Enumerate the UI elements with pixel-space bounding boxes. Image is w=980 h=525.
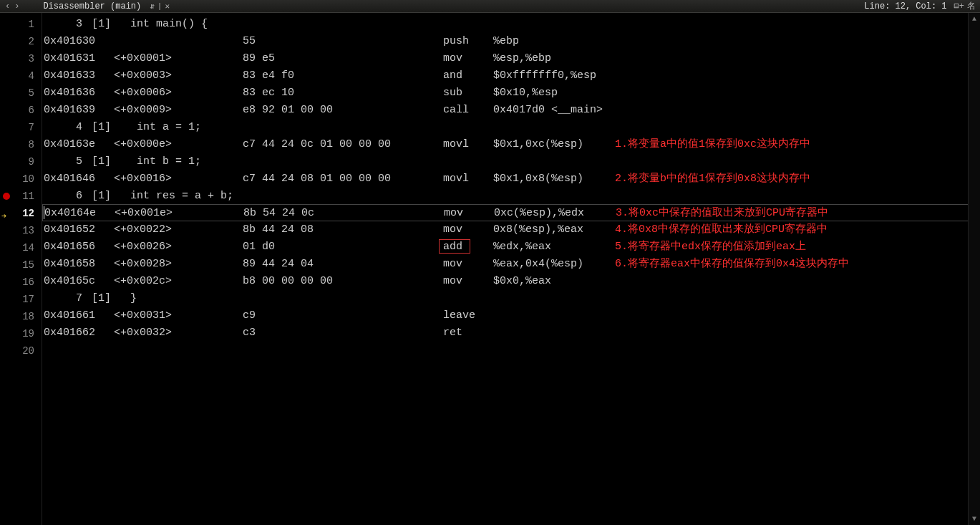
code-line[interactable]: 4 [1] int a = 1;	[42, 119, 980, 136]
operands: 0x8(%esp),%eax	[493, 221, 615, 239]
hex-bytes: c9	[243, 307, 443, 324]
annotation: 6.将寄存器eax中保存的值保存到0x4这块内存中	[615, 256, 849, 273]
cursor-position: Line: 12, Col: 1	[864, 1, 952, 11]
line-number[interactable]: 1	[0, 16, 42, 33]
code-line[interactable]: 0x401633<+0x0003>83 e4 f0and$0xfffffff0,…	[42, 67, 980, 85]
hex-bytes: e8 92 01 00 00	[243, 102, 443, 119]
code-line[interactable]: 0x401662<+0x0032>c3ret	[42, 324, 980, 342]
line-number[interactable]: 3	[0, 50, 42, 67]
code-area[interactable]: 3 [1] int main() {0x40163055push%ebp0x40…	[42, 13, 980, 525]
address: 0x401630	[42, 33, 114, 50]
hex-bytes: 8b 54 24 0c	[243, 205, 444, 221]
hex-bytes: 8b 44 24 08	[243, 221, 443, 239]
toolbar-icon-2[interactable]: 名	[966, 0, 977, 12]
toolbar-icon-1[interactable]: ⊟+	[953, 1, 966, 11]
source-line-ref: 7	[42, 290, 85, 307]
offset: <+0x0009>	[114, 102, 200, 119]
nav-back-icon[interactable]: ‹	[3, 1, 12, 11]
source-code: int b = 1;	[111, 153, 201, 170]
code-line[interactable]: 7 [1] }	[42, 290, 980, 307]
hex-bytes: 83 ec 10	[243, 85, 443, 102]
address: 0x401662	[42, 324, 114, 342]
code-line[interactable]: 5 [1] int b = 1;	[42, 153, 980, 170]
operands	[493, 307, 615, 324]
code-line[interactable]: 0x401646<+0x0016>c7 44 24 08 01 00 00 00…	[42, 170, 980, 188]
offset: <+0x0028>	[114, 256, 200, 273]
code-line[interactable]: 3 [1] int main() {	[42, 16, 980, 33]
code-line[interactable]: 0x40163055push%ebp	[42, 33, 980, 50]
operands: %ebp	[493, 33, 615, 50]
hex-bytes: 89 44 24 04	[243, 256, 443, 273]
offset-ref: [1]	[85, 16, 111, 33]
tab-title[interactable]: Disassembler (main)	[36, 1, 148, 12]
code-line[interactable]: 0x40165c<+0x002c>b8 00 00 00 00mov$0x0,%…	[42, 273, 980, 290]
breakpoint-icon[interactable]	[3, 193, 10, 200]
line-number[interactable]: 6	[0, 102, 42, 119]
code-line[interactable]: 0x401631<+0x0001>89 e5mov%esp,%ebp	[42, 50, 980, 67]
line-number[interactable]: 4	[0, 67, 42, 85]
mnemonic: ret	[443, 324, 493, 342]
line-number[interactable]: 15	[0, 256, 42, 274]
address: 0x401656	[42, 239, 114, 256]
operands: $0x1,0xc(%esp)	[493, 136, 615, 153]
address: 0x401636	[42, 85, 114, 102]
operands: %esp,%ebp	[493, 50, 615, 67]
code-line[interactable]: 0x401656<+0x0026>01 d0add%edx,%eax5.将寄存器…	[42, 239, 980, 256]
line-number[interactable]: 19	[0, 325, 42, 342]
line-number[interactable]: 10	[0, 170, 42, 188]
vertical-scrollbar[interactable]: ▲ ▼	[968, 13, 980, 525]
hex-bytes: 55	[243, 33, 443, 50]
line-number[interactable]: 7	[0, 119, 42, 136]
code-line[interactable]: 0x401636<+0x0006>83 ec 10sub$0x10,%esp	[42, 85, 980, 102]
annotation: 4.将0x8中保存的值取出来放到CPU寄存器中	[615, 221, 828, 239]
code-line[interactable]: 0x401661<+0x0031>c9leave	[42, 307, 980, 324]
mnemonic: add	[443, 239, 493, 256]
hex-bytes: 89 e5	[243, 50, 443, 67]
line-number[interactable]: 9	[0, 153, 42, 170]
hex-bytes: 01 d0	[243, 239, 443, 256]
annotation: 5.将寄存器中edx保存的值添加到eax上	[615, 239, 806, 256]
mnemonic: mov	[444, 205, 494, 221]
line-number[interactable]: 13	[0, 222, 42, 239]
mnemonic: mov	[443, 256, 493, 273]
code-line[interactable]: 0x401658<+0x0028>89 44 24 04mov%eax,0x4(…	[42, 256, 980, 273]
offset: <+0x0032>	[114, 324, 200, 342]
address: 0x401633	[42, 67, 114, 85]
source-line-ref: 3	[42, 16, 85, 33]
line-number[interactable]: 14	[0, 239, 42, 256]
line-number[interactable]: 17	[0, 291, 42, 308]
disassembly-view[interactable]: 123456789101112➔1314151617181920 3 [1] i…	[0, 13, 980, 525]
code-line[interactable]	[42, 342, 980, 359]
code-line[interactable]: 0x40164e<+0x001e>8b 54 24 0cmov0xc(%esp)…	[42, 204, 980, 221]
tab-updown-icon[interactable]: ⇵	[148, 1, 156, 11]
line-number[interactable]: 8	[0, 136, 42, 153]
text-cursor	[44, 206, 44, 219]
line-number[interactable]: 20	[0, 342, 42, 360]
line-number[interactable]: 16	[0, 274, 42, 291]
annotation: 3.将0xc中保存的值取出来放到CPU寄存器中	[616, 205, 828, 221]
line-number-gutter[interactable]: 123456789101112➔1314151617181920	[0, 13, 42, 525]
mnemonic: mov	[443, 221, 493, 239]
line-number[interactable]: 11	[0, 188, 42, 205]
line-number[interactable]: 2	[0, 33, 42, 50]
line-number[interactable]: 12➔	[0, 205, 42, 222]
operands: $0xfffffff0,%esp	[493, 67, 615, 85]
scroll-up-icon[interactable]: ▲	[969, 13, 980, 25]
offset-ref: [1]	[85, 290, 111, 307]
offset: <+0x000e>	[114, 136, 200, 153]
code-line[interactable]: 0x401639<+0x0009>e8 92 01 00 00call0x401…	[42, 102, 980, 119]
address: 0x401661	[42, 307, 114, 324]
offset	[114, 33, 200, 50]
hex-bytes: c7 44 24 08 01 00 00 00	[243, 170, 443, 188]
line-number[interactable]: 18	[0, 308, 42, 325]
operands: $0x1,0x8(%esp)	[493, 170, 615, 188]
line-number[interactable]: 5	[0, 85, 42, 102]
code-line[interactable]: 6 [1] int res = a + b;	[42, 188, 980, 205]
code-line[interactable]: 0x40163e<+0x000e>c7 44 24 0c 01 00 00 00…	[42, 136, 980, 153]
nav-forward-icon[interactable]: ›	[12, 1, 21, 11]
code-line[interactable]: 0x401652<+0x0022>8b 44 24 08mov0x8(%esp)…	[42, 221, 980, 239]
tab-close-icon[interactable]: ✕	[163, 1, 171, 11]
hex-bytes: 83 e4 f0	[243, 67, 443, 85]
scroll-down-icon[interactable]: ▼	[969, 513, 980, 525]
title-bar: ‹ › Disassembler (main) ⇵ | ✕ Line: 12, …	[0, 0, 980, 13]
